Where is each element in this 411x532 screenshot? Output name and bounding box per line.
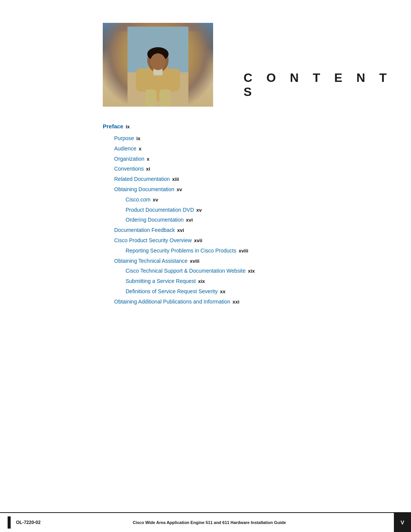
footer-right: V bbox=[310, 513, 411, 532]
toc-link-4[interactable]: Related Documentation bbox=[114, 175, 170, 183]
toc-entry-1: Audiencex bbox=[114, 144, 331, 153]
toc-link-7[interactable]: Product Documentation DVD bbox=[126, 206, 194, 214]
svg-rect-8 bbox=[168, 69, 180, 91]
hero-image bbox=[103, 23, 213, 107]
toc-link-13[interactable]: Cisco Technical Support & Documentation … bbox=[126, 267, 245, 275]
toc-entry-14: Submitting a Service Requestxix bbox=[126, 277, 331, 286]
svg-rect-10 bbox=[159, 89, 171, 107]
person-svg bbox=[127, 27, 188, 107]
toc-link-0[interactable]: Purpose bbox=[114, 134, 134, 142]
toc-entry-10: Cisco Product Security Overviewxvii bbox=[114, 236, 331, 245]
toc-section: Preface ix PurposeixAudiencexOrganizatio… bbox=[103, 122, 331, 308]
toc-entry-12: Obtaining Technical Assistancexviii bbox=[114, 257, 331, 265]
toc-entry-3: Conventionsxi bbox=[114, 165, 331, 173]
toc-preface-page: ix bbox=[126, 123, 130, 131]
toc-page-8: xvi bbox=[186, 216, 193, 224]
toc-link-16[interactable]: Obtaining Additional Publications and In… bbox=[114, 297, 230, 306]
toc-link-5[interactable]: Obtaining Documentation bbox=[114, 185, 174, 193]
footer-page-number: V bbox=[394, 513, 411, 532]
toc-entry-4: Related Documentationxiii bbox=[114, 175, 331, 184]
toc-link-15[interactable]: Definitions of Service Request Severity bbox=[126, 287, 218, 296]
svg-rect-7 bbox=[136, 69, 148, 91]
toc-link-10[interactable]: Cisco Product Security Overview bbox=[114, 236, 192, 244]
toc-page-6: xv bbox=[153, 196, 158, 204]
toc-page-0: ix bbox=[136, 135, 140, 143]
toc-page-9: xvi bbox=[177, 227, 184, 235]
toc-entry-15: Definitions of Service Request Severityx… bbox=[126, 287, 331, 296]
toc-link-6[interactable]: Cisco.com bbox=[126, 195, 150, 204]
toc-entry-7: Product Documentation DVDxv bbox=[126, 206, 331, 214]
svg-rect-9 bbox=[145, 89, 156, 107]
toc-page-5: xv bbox=[177, 186, 182, 194]
toc-page-7: xv bbox=[196, 206, 202, 214]
toc-page-2: x bbox=[147, 155, 149, 163]
svg-point-12 bbox=[150, 53, 166, 70]
toc-link-14[interactable]: Submitting a Service Request bbox=[126, 277, 196, 285]
toc-entry-2: Organizationx bbox=[114, 155, 331, 163]
toc-page-13: xix bbox=[248, 267, 255, 275]
toc-page-3: xi bbox=[146, 165, 150, 173]
contents-title-wrapper: C O N T E N T S bbox=[228, 71, 411, 107]
contents-title: C O N T E N T S bbox=[244, 71, 411, 99]
main-content: C O N T E N T S Preface ix PurposeixAudi… bbox=[0, 0, 411, 532]
toc-entry-8: Ordering Documentationxvi bbox=[126, 216, 331, 224]
toc-entry-11: Reporting Security Problems in Cisco Pro… bbox=[126, 246, 331, 255]
footer-doc-num: OL-7220-02 bbox=[16, 520, 41, 525]
toc-entries-container: PurposeixAudiencexOrganizationxConventio… bbox=[103, 134, 331, 306]
toc-entry-5: Obtaining Documentationxv bbox=[114, 185, 331, 194]
top-section: C O N T E N T S bbox=[103, 23, 411, 107]
toc-link-3[interactable]: Conventions bbox=[114, 165, 144, 173]
toc-entry-16: Obtaining Additional Publications and In… bbox=[114, 297, 331, 306]
footer-left: OL-7220-02 bbox=[0, 516, 108, 529]
page: C O N T E N T S Preface ix PurposeixAudi… bbox=[0, 0, 411, 532]
footer-bar bbox=[8, 516, 11, 529]
toc-page-16: xxi bbox=[233, 298, 239, 306]
toc-link-2[interactable]: Organization bbox=[114, 155, 144, 163]
toc-entry-9: Documentation Feedbackxvi bbox=[114, 226, 331, 235]
toc-link-11[interactable]: Reporting Security Problems in Cisco Pro… bbox=[126, 246, 236, 255]
toc-page-1: x bbox=[139, 145, 141, 153]
toc-link-9[interactable]: Documentation Feedback bbox=[114, 226, 175, 234]
toc-link-8[interactable]: Ordering Documentation bbox=[126, 216, 184, 224]
toc-preface-link[interactable]: Preface bbox=[103, 122, 123, 131]
toc-page-11: xviii bbox=[239, 247, 248, 255]
toc-preface-entry: Preface ix bbox=[103, 122, 331, 131]
toc-entry-13: Cisco Technical Support & Documentation … bbox=[126, 267, 331, 275]
toc-entry-6: Cisco.comxv bbox=[126, 195, 331, 204]
toc-link-12[interactable]: Obtaining Technical Assistance bbox=[114, 257, 188, 265]
toc-entry-0: Purposeix bbox=[114, 134, 331, 143]
page-footer: OL-7220-02 Cisco Wide Area Application E… bbox=[0, 512, 411, 532]
toc-page-10: xvii bbox=[194, 237, 202, 245]
toc-page-4: xiii bbox=[172, 176, 179, 184]
toc-page-12: xviii bbox=[190, 257, 199, 265]
footer-center-title: Cisco Wide Area Application Engine 511 a… bbox=[108, 520, 310, 525]
toc-link-1[interactable]: Audience bbox=[114, 144, 136, 153]
toc-page-14: xix bbox=[198, 278, 205, 286]
toc-page-15: xx bbox=[220, 288, 225, 296]
